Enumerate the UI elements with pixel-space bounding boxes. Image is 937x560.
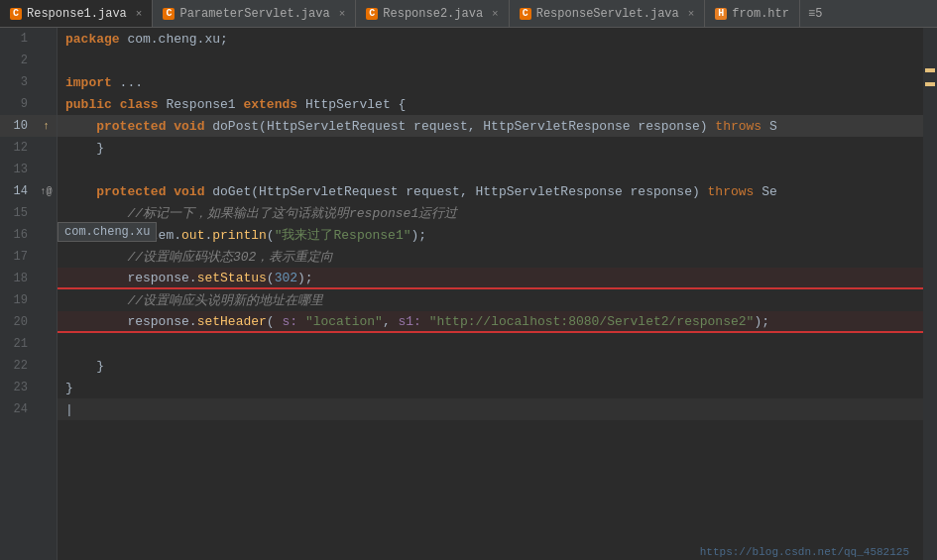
line-num-1: 1 bbox=[0, 32, 36, 46]
close-icon[interactable]: × bbox=[136, 8, 143, 20]
keyword-protected: protected bbox=[96, 184, 166, 199]
line-num-10: 10 bbox=[0, 119, 36, 133]
comment-text: //设置响应头说明新的地址在哪里 bbox=[65, 291, 323, 309]
code-line-1: package com.cheng.xu; bbox=[58, 28, 923, 50]
java-icon: C bbox=[520, 8, 531, 20]
editor-body: 1 2 3 9 10↑ 12 13 14↑@ 15 16 17 18 19 bbox=[0, 28, 937, 560]
tab-label: Response2.java bbox=[383, 7, 483, 21]
string-location: "location" bbox=[305, 314, 383, 329]
line-num-19: 19 bbox=[0, 293, 36, 307]
tab-paramservlet[interactable]: C ParameterServlet.java × bbox=[153, 0, 356, 28]
right-panel[interactable] bbox=[923, 28, 937, 560]
line-num-18: 18 bbox=[0, 272, 36, 285]
keyword: extends bbox=[243, 97, 297, 112]
code-line-16: System. out . println ( "我来过了Response1" … bbox=[58, 224, 923, 246]
code-line-13 bbox=[58, 159, 923, 180]
tab-overflow[interactable]: ≡5 bbox=[800, 7, 830, 21]
line-num-9: 9 bbox=[0, 97, 36, 111]
html-icon: H bbox=[715, 8, 727, 20]
tab-label: ParameterServlet.java bbox=[179, 7, 329, 21]
watermark: https://blog.csdn.net/qq_4582125 bbox=[700, 546, 909, 558]
code-text: com.cheng.xu; bbox=[120, 32, 228, 47]
method-out: out bbox=[181, 228, 204, 243]
code-content: package com.cheng.xu; import ... public … bbox=[58, 28, 923, 560]
method-setstatus: setStatus bbox=[197, 271, 267, 285]
keyword: package bbox=[65, 32, 120, 47]
method-setheader: setHeader bbox=[197, 314, 267, 329]
line-num-15: 15 bbox=[0, 206, 36, 220]
code-line-22: } bbox=[58, 355, 923, 377]
bookmark-icon: ↑ bbox=[43, 120, 50, 132]
code-line-15: //标记一下，如果输出了这句话就说明response1运行过 bbox=[58, 202, 923, 224]
keyword-throws: throws bbox=[708, 184, 755, 199]
line-num-20: 20 bbox=[0, 315, 36, 329]
line-num-24: 24 bbox=[0, 402, 36, 416]
code-line-3: import ... bbox=[58, 71, 923, 93]
package-tooltip: com.cheng.xu bbox=[58, 222, 157, 242]
line-num-3: 3 bbox=[0, 75, 36, 89]
java-icon: C bbox=[10, 8, 22, 20]
comment-text: //标记一下，如果输出了这句话就说明response1运行过 bbox=[65, 204, 457, 222]
editor-window: C Response1.java × C ParameterServlet.ja… bbox=[0, 0, 937, 560]
line-num-2: 2 bbox=[0, 54, 36, 67]
keyword: class bbox=[120, 97, 159, 112]
code-line-2 bbox=[58, 50, 923, 71]
code-line-14: protected void doGet(HttpServletRequest … bbox=[58, 180, 923, 202]
keyword-void: void bbox=[174, 119, 204, 134]
scroll-marker-2 bbox=[925, 82, 935, 86]
tab-bar: C Response1.java × C ParameterServlet.ja… bbox=[0, 0, 937, 28]
scroll-marker-1 bbox=[925, 68, 935, 72]
code-line-20: response. setHeader ( s: "location" , s1… bbox=[58, 311, 923, 333]
tab-responseservlet[interactable]: C ResponseServlet.java × bbox=[510, 0, 706, 28]
tab-label: ResponseServlet.java bbox=[536, 7, 679, 21]
line-num-13: 13 bbox=[0, 163, 36, 176]
code-line-10: protected void doPost(HttpServletRequest… bbox=[58, 115, 923, 137]
comment-text: //设置响应码状态302，表示重定向 bbox=[65, 248, 333, 266]
code-lines: package com.cheng.xu; import ... public … bbox=[58, 28, 923, 420]
keyword: public bbox=[65, 97, 112, 112]
method-println: println bbox=[212, 228, 267, 243]
code-line-12: } bbox=[58, 137, 923, 159]
java-icon: C bbox=[366, 8, 378, 20]
line-num-12: 12 bbox=[0, 141, 36, 155]
code-line-18: response. setStatus ( 302 ); bbox=[58, 268, 923, 289]
keyword-protected: protected bbox=[96, 119, 166, 134]
code-line-9: public class Response1 extends HttpServl… bbox=[58, 93, 923, 115]
tab-fromhtr[interactable]: H from.htr bbox=[705, 0, 800, 28]
code-text: ... bbox=[112, 75, 143, 90]
close-icon[interactable]: × bbox=[688, 8, 695, 20]
param-s: s: bbox=[282, 314, 297, 329]
line-num-17: 17 bbox=[0, 250, 36, 264]
line-num-23: 23 bbox=[0, 381, 36, 394]
code-line-21 bbox=[58, 333, 923, 355]
code-line-23: } bbox=[58, 377, 923, 398]
line-num-14: 14 bbox=[0, 184, 36, 198]
close-icon[interactable]: × bbox=[492, 8, 499, 20]
close-icon[interactable]: × bbox=[339, 8, 346, 20]
line-num-21: 21 bbox=[0, 337, 36, 351]
tab-label: Response1.java bbox=[27, 7, 127, 21]
code-line-24: | bbox=[58, 398, 923, 420]
number-302: 302 bbox=[275, 271, 297, 285]
line-num-16: 16 bbox=[0, 228, 36, 242]
tab-response1[interactable]: C Response1.java × bbox=[0, 0, 153, 28]
line-gutter: 1 2 3 9 10↑ 12 13 14↑@ 15 16 17 18 19 bbox=[0, 28, 58, 560]
line-num-22: 22 bbox=[0, 359, 36, 373]
keyword-throws: throws bbox=[715, 119, 761, 134]
string-url: "http://localhost:8080/Servlet2/response… bbox=[429, 314, 755, 329]
code-line-19: //设置响应头说明新的地址在哪里 bbox=[58, 289, 923, 311]
string-literal: "我来过了Response1" bbox=[275, 226, 411, 244]
keyword-void: void bbox=[174, 184, 204, 199]
java-icon: C bbox=[163, 8, 175, 20]
tab-response2[interactable]: C Response2.java × bbox=[356, 0, 509, 28]
code-line-17: //设置响应码状态302，表示重定向 bbox=[58, 246, 923, 268]
param-s1: s1: bbox=[399, 314, 421, 329]
tab-label: from.htr bbox=[732, 7, 789, 21]
keyword: import bbox=[65, 75, 112, 90]
